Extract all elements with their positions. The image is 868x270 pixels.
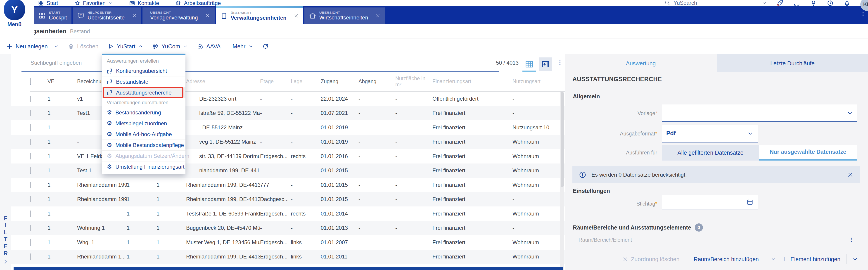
tab-vorlagenverwaltung[interactable]: ÜBERSICHTVorlagenverwaltung bbox=[143, 7, 215, 24]
close-icon[interactable] bbox=[847, 172, 853, 178]
action-element-hinzufügen[interactable]: Element hinzufügen bbox=[782, 256, 840, 263]
cell: links bbox=[291, 253, 321, 260]
table-row[interactable]: 1Wohnung 111Buggenbeck 20, DE-45470 Mül.… bbox=[11, 221, 570, 235]
filter-rail[interactable]: FILTER bbox=[0, 54, 11, 270]
rocket-icon[interactable] bbox=[777, 0, 783, 6]
chevron-down-icon[interactable] bbox=[762, 0, 767, 5]
cell: Frei finanziert bbox=[432, 239, 513, 246]
column-header[interactable]: Zugang bbox=[321, 79, 359, 85]
menu-item-mobile-ad-hoc-aufgabe[interactable]: ⚙Mobile Ad-hoc-Aufgabe bbox=[102, 129, 185, 140]
table-row[interactable]: 1-veg 1, DE-55122 Mainz--01.01.2019--Fre… bbox=[11, 135, 570, 149]
menu-item-bestandsänderung[interactable]: ⚙Bestandsänderung bbox=[102, 107, 185, 118]
vorlage-select[interactable] bbox=[662, 104, 857, 122]
table-row[interactable]: 1Test1lstraße 59, DE-55122 Mainz--01.07.… bbox=[11, 106, 570, 121]
row-checkbox[interactable] bbox=[30, 110, 31, 116]
column-header[interactable]: Lage bbox=[291, 79, 321, 85]
tab-overflow-menu-icon[interactable] bbox=[860, 11, 866, 17]
raum-bereich-element-input[interactable]: Raum/Bereich/Element bbox=[576, 233, 857, 247]
table-row[interactable]: 1-, DE-55122 Mainz--01.01.2019--Frei fin… bbox=[11, 120, 570, 135]
tab-wirtschaftseinheiten[interactable]: ÜBERSICHTWirtschaftseinheiten bbox=[304, 7, 385, 24]
menu-item-kontierungsübersicht[interactable]: Kontierungsübersicht bbox=[102, 66, 185, 77]
row-checkbox[interactable] bbox=[30, 96, 31, 102]
row-checkbox[interactable] bbox=[30, 153, 31, 159]
tab-übersichtsseite[interactable]: ?HELPCENTERÜbersichtsseite bbox=[72, 7, 141, 24]
column-header[interactable]: Etage bbox=[260, 79, 291, 85]
app-logo[interactable]: Y bbox=[4, 0, 25, 20]
row-checkbox[interactable] bbox=[30, 167, 31, 174]
column-header[interactable]: Nutzfläche in m² bbox=[395, 76, 432, 88]
location-pin-icon[interactable] bbox=[810, 0, 817, 6]
toolbar-mehr-button[interactable]: Mehr bbox=[229, 43, 253, 50]
table-row[interactable]: 1Rheinlanddamm 1...11Rheinlanddamm 199, … bbox=[11, 250, 570, 264]
top-menu-item-kontakte[interactable]: Kontakte bbox=[129, 0, 159, 6]
cell: - bbox=[291, 110, 321, 116]
tab-verwaltungseinheiten[interactable]: ÜBERSICHTVerwaltungseinheiten bbox=[216, 6, 303, 24]
toolbar-aava-button[interactable]: AAVA bbox=[197, 43, 220, 50]
segment-option-1[interactable]: Nur ausgewählte Datensätze bbox=[759, 145, 857, 160]
close-icon[interactable] bbox=[375, 13, 380, 18]
table-row[interactable]: 1VE 1 Feldstr.str. 33, DE-44139 Dortmund… bbox=[11, 149, 570, 163]
row-checkbox[interactable] bbox=[30, 182, 31, 188]
column-header[interactable]: Abgang bbox=[359, 79, 395, 85]
close-icon[interactable] bbox=[294, 13, 299, 18]
tab-letzte-durchlaeufe[interactable]: Letzte Durchläufe bbox=[717, 54, 868, 72]
global-search-input[interactable]: YuSearch bbox=[664, 0, 767, 7]
row-checkbox[interactable] bbox=[30, 239, 31, 246]
table-row[interactable]: 1Whg. 111Muster Weg 1, DE-123456 Mus...E… bbox=[11, 235, 570, 250]
column-header[interactable]: Nutzungsart bbox=[513, 79, 570, 85]
column-header[interactable]: Adresse bbox=[186, 79, 260, 85]
row-checkbox[interactable] bbox=[30, 139, 31, 145]
row-checkbox[interactable] bbox=[30, 196, 31, 202]
menu-item-mietspiegel-zuordnen[interactable]: ⚙Mietspiegel zuordnen bbox=[102, 118, 185, 129]
menu-item-bestandsliste[interactable]: Bestandsliste bbox=[102, 77, 185, 87]
toolbar-refresh-button[interactable] bbox=[262, 43, 269, 50]
horizontal-scrollbar[interactable] bbox=[13, 267, 563, 270]
toolbar-löschen-button[interactable]: Löschen bbox=[68, 43, 99, 50]
frame-corners-icon[interactable] bbox=[794, 0, 800, 6]
panel-view-toggle[interactable] bbox=[539, 57, 552, 71]
toolbar-yucom-button[interactable]: YuCom bbox=[152, 43, 188, 50]
row-checkbox[interactable] bbox=[30, 253, 31, 260]
column-header[interactable]: VE bbox=[48, 79, 77, 85]
tab-auswertung[interactable]: Auswertung bbox=[565, 54, 717, 72]
top-menu-item-start[interactable]: Start bbox=[38, 0, 58, 6]
chevron-right-icon[interactable] bbox=[3, 259, 9, 265]
table-row[interactable]: 1v1DE-232323 orrt--22.01.2024--Öffentlic… bbox=[11, 92, 570, 106]
table-row[interactable]: 1Test 1nlanddamm 199, DE-4413...--01.01.… bbox=[11, 163, 570, 178]
table-search-input[interactable]: Suchbegriff eingeben bbox=[31, 60, 82, 66]
menu-item-mobile-bestandsdatenpflege[interactable]: ⚙Mobile Bestandsdatenpflege bbox=[102, 140, 185, 151]
chevron-down-icon[interactable] bbox=[54, 44, 59, 49]
row-checkbox[interactable] bbox=[30, 124, 31, 131]
close-icon[interactable] bbox=[132, 13, 137, 18]
stichtag-date-input[interactable] bbox=[662, 195, 758, 209]
bell-icon[interactable] bbox=[844, 0, 850, 6]
table-options-icon[interactable] bbox=[557, 60, 563, 66]
row-checkbox[interactable] bbox=[30, 211, 31, 217]
ausgabeformat-select[interactable]: Pdf bbox=[662, 125, 758, 143]
action-raum-bereich-hinzufügen[interactable]: Raum/Bereich hinzufügen bbox=[685, 256, 759, 263]
chevron-down-icon[interactable] bbox=[852, 257, 858, 262]
kebab-menu-icon[interactable] bbox=[849, 237, 855, 243]
row-checkbox[interactable] bbox=[30, 225, 31, 231]
toolbar-neu-anlegen-button[interactable]: Neu anlegen bbox=[6, 42, 59, 50]
chevron-down-icon[interactable] bbox=[771, 257, 776, 262]
vertical-scrollbar[interactable] bbox=[560, 92, 564, 270]
tab-cockpit[interactable]: STARTCockpit bbox=[34, 7, 71, 24]
table-row[interactable]: 1Rheinlanddamm 19911Rheinlanddamm 199, D… bbox=[11, 192, 570, 207]
close-icon[interactable] bbox=[205, 13, 210, 18]
clock-icon[interactable] bbox=[827, 0, 834, 6]
menu-item-ausstattungsrecherche[interactable]: Ausstattungsrecherche bbox=[102, 87, 185, 98]
segment-option-0[interactable]: Alle gefilterten Datensätze bbox=[662, 145, 759, 160]
grid-view-toggle[interactable] bbox=[522, 58, 536, 70]
column-header[interactable]: Finanzierungsart bbox=[432, 79, 513, 85]
cell: - bbox=[291, 167, 321, 174]
menu-item-umstellung-finanzierungsart[interactable]: ⚙Umstellung Finanzierungsart bbox=[102, 161, 185, 172]
calendar-icon[interactable] bbox=[747, 199, 753, 205]
select-all-checkbox[interactable] bbox=[30, 78, 31, 85]
top-menu-item-favoriten[interactable]: Favoriten bbox=[74, 0, 113, 6]
main-menu-label[interactable]: Menü bbox=[0, 21, 29, 28]
toolbar-yustart-button[interactable]: YuStart bbox=[107, 43, 143, 50]
top-menu-item-arbeitsaufträge[interactable]: Arbeitsaufträge bbox=[175, 0, 221, 6]
table-row[interactable]: 1-11Teststraße 1, DE-60599 Frankf...Erdg… bbox=[11, 206, 570, 221]
table-row[interactable]: 1Rheinlanddamm 19911Rheinlanddamm 199, D… bbox=[11, 178, 570, 192]
